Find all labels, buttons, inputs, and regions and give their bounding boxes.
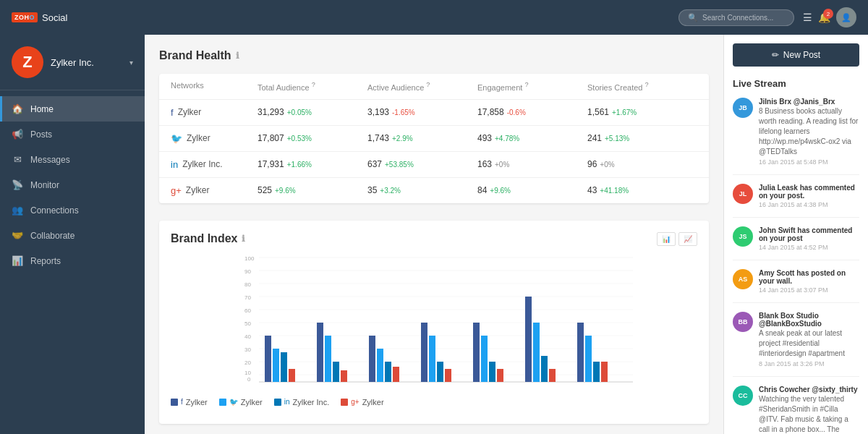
legend-tw-icon: 🐦 bbox=[229, 398, 238, 406]
svg-text:60: 60 bbox=[244, 307, 251, 314]
nav-item-home[interactable]: 🏠 Home bbox=[0, 96, 145, 122]
bar-gp-jan10 bbox=[289, 369, 295, 382]
brand-index-info-icon[interactable]: ℹ bbox=[242, 234, 245, 244]
legend-facebook[interactable]: f Zylker bbox=[171, 398, 208, 407]
new-post-label: New Post bbox=[783, 50, 820, 60]
new-post-button[interactable]: ✏ New Post bbox=[733, 43, 859, 67]
user-initial: Z bbox=[22, 53, 32, 72]
legend-dot-gp bbox=[341, 399, 348, 406]
svg-rect-39 bbox=[533, 323, 540, 382]
svg-text:40: 40 bbox=[244, 333, 251, 340]
chart-container: 100 90 80 70 60 50 40 30 20 10 0 bbox=[171, 255, 697, 385]
metric-stories-li: 96 +0% bbox=[587, 159, 697, 169]
dropdown-icon[interactable]: ▾ bbox=[129, 59, 133, 67]
topbar-right: 🔍 Search Connections... ☰ 🔔 2 👤 bbox=[678, 7, 856, 27]
stream-time-5: 8 Jan 2015 at 3:26 PM bbox=[759, 360, 859, 367]
brand-health-info-icon[interactable]: ℹ bbox=[236, 51, 239, 61]
svg-rect-42 bbox=[577, 323, 584, 382]
user-name: Zylker Inc. bbox=[51, 57, 94, 68]
nav-item-posts[interactable]: 📢 Posts bbox=[0, 122, 145, 147]
brand-index-title: Brand Index ℹ bbox=[171, 232, 245, 245]
header-engagement: Engagement ? bbox=[477, 81, 587, 92]
reports-icon: 📊 bbox=[12, 255, 23, 266]
live-stream-title: Live Stream bbox=[733, 78, 859, 89]
svg-rect-44 bbox=[593, 362, 600, 382]
svg-rect-32 bbox=[437, 362, 443, 382]
svg-text:80: 80 bbox=[244, 281, 251, 288]
nav-label-connections: Connections bbox=[30, 205, 79, 216]
topbar-logo: ZOHO Social bbox=[12, 12, 67, 23]
nav-item-monitor[interactable]: 📡 Monitor bbox=[0, 172, 145, 197]
svg-text:0: 0 bbox=[247, 376, 251, 383]
nav-item-messages[interactable]: ✉ Messages bbox=[0, 147, 145, 172]
stream-item: BB Blank Box Studio @BlankBoxStudio A sn… bbox=[733, 312, 859, 377]
svg-rect-26 bbox=[369, 336, 375, 382]
legend-linkedin[interactable]: in Zylker Inc. bbox=[274, 398, 330, 407]
svg-rect-45 bbox=[601, 362, 608, 382]
sidebar: Z Zylker Inc. ▾ 🏠 Home 📢 Posts ✉ Message… bbox=[0, 35, 145, 434]
user-section: Z Zylker Inc. ▾ bbox=[0, 35, 145, 90]
nav-item-collaborate[interactable]: 🤝 Collaborate bbox=[0, 223, 145, 248]
stream-item: JB Jilnis Brx @Janis_Brx 8 Business book… bbox=[733, 98, 859, 175]
svg-text:Jan 16: Jan 16 bbox=[582, 383, 600, 385]
stream-item: AS Amy Scott has posted on your wall. 14… bbox=[733, 269, 859, 303]
search-box[interactable]: 🔍 Search Connections... bbox=[678, 9, 794, 26]
stream-content-1: Jilnis Brx @Janis_Brx 8 Business books a… bbox=[759, 98, 859, 166]
nav-label-reports: Reports bbox=[30, 256, 61, 266]
brand-index-chart: 100 90 80 70 60 50 40 30 20 10 0 bbox=[171, 255, 697, 385]
stream-avatar-3: JS bbox=[733, 226, 753, 247]
stream-text-1: 8 Business books actually worth reading.… bbox=[759, 106, 859, 157]
main-layout: Z Zylker Inc. ▾ 🏠 Home 📢 Posts ✉ Message… bbox=[0, 35, 868, 434]
stream-avatar-6: CC bbox=[733, 386, 753, 406]
svg-text:Jan 10: Jan 10 bbox=[263, 383, 281, 385]
chart-controls: 📊 📈 bbox=[657, 232, 697, 246]
svg-rect-28 bbox=[385, 362, 391, 382]
metric-stories-gp: 43 +41.18% bbox=[587, 185, 697, 195]
metric-engagement-tw: 493 +4.78% bbox=[477, 133, 587, 143]
metric-active-tw: 1,743 +2.9% bbox=[367, 133, 477, 143]
stream-avatar-1: JB bbox=[733, 98, 753, 118]
topbar-icons: ☰ 🔔 2 👤 bbox=[803, 7, 856, 27]
chart-legend: f Zylker 🐦 Zylker in Zylker Inc. bbox=[171, 392, 697, 412]
monitor-icon: 📡 bbox=[12, 179, 23, 190]
zoho-logo: ZOHO bbox=[12, 12, 38, 22]
content-area: Brand Health ℹ Networks Total Audience ?… bbox=[145, 35, 723, 434]
svg-rect-33 bbox=[445, 369, 451, 382]
metric-active-li: 637 +53.85% bbox=[367, 159, 477, 169]
brand-health-title: Brand Health ℹ bbox=[159, 49, 709, 62]
network-cell-li: in Zylker Inc. bbox=[171, 159, 258, 170]
bar-chart-btn[interactable]: 📊 bbox=[657, 232, 676, 246]
svg-rect-41 bbox=[549, 369, 556, 382]
notification-bell[interactable]: 🔔 2 bbox=[818, 12, 830, 23]
stream-text-5: A sneak peak at our latest project #resi… bbox=[759, 328, 859, 359]
nav-item-reports[interactable]: 📊 Reports bbox=[0, 248, 145, 273]
stream-name-6: Chris Cowcher @sixty_thirty bbox=[759, 386, 859, 393]
stream-name-5: Blank Box Studio @BlankBoxStudio bbox=[759, 312, 859, 328]
stream-avatar-2: JL bbox=[733, 184, 753, 204]
metric-stories-fb: 1,561 +1.67% bbox=[587, 107, 697, 117]
svg-text:Jan 13: Jan 13 bbox=[425, 383, 443, 385]
legend-googleplus[interactable]: g+ Zylker bbox=[341, 398, 383, 407]
legend-twitter[interactable]: 🐦 Zylker bbox=[219, 398, 263, 407]
facebook-icon: f bbox=[171, 107, 174, 118]
svg-rect-27 bbox=[377, 349, 383, 382]
stream-content-2: Julia Leask has commented on your post. … bbox=[759, 184, 859, 208]
legend-dot-li bbox=[274, 399, 281, 406]
menu-icon[interactable]: ☰ bbox=[803, 12, 812, 23]
connections-icon: 👥 bbox=[12, 205, 23, 216]
metric-total-li: 17,931 +1.66% bbox=[258, 159, 367, 169]
svg-rect-37 bbox=[497, 369, 503, 382]
search-icon: 🔍 bbox=[688, 13, 698, 22]
user-avatar-topbar[interactable]: 👤 bbox=[836, 7, 856, 27]
search-placeholder: Search Connections... bbox=[702, 14, 773, 22]
metric-active-fb: 3,193 -1.65% bbox=[367, 107, 477, 117]
nav-item-connections[interactable]: 👥 Connections bbox=[0, 197, 145, 223]
brand-index-section: Brand Index ℹ 📊 📈 100 90 80 70 bbox=[159, 221, 709, 424]
svg-text:10: 10 bbox=[244, 370, 251, 376]
legend-dot-tw bbox=[219, 399, 226, 406]
line-chart-btn[interactable]: 📈 bbox=[678, 232, 697, 246]
googleplus-icon: g+ bbox=[171, 185, 182, 196]
stream-item: JL Julia Leask has commented on your pos… bbox=[733, 184, 859, 218]
header-total: Total Audience ? bbox=[258, 81, 367, 92]
notification-badge: 2 bbox=[823, 9, 833, 19]
